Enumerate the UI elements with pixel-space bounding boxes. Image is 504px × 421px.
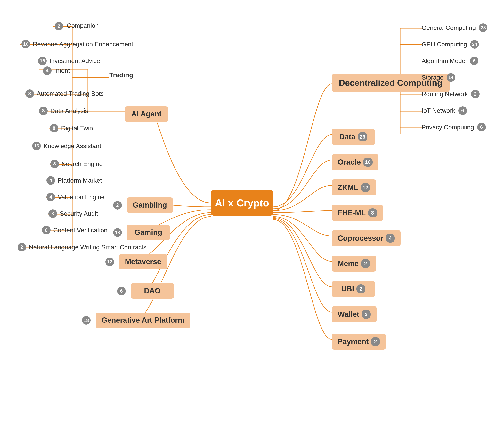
coprocessor-badge: 4 [386, 234, 395, 243]
storage-label: Storage [422, 74, 444, 81]
companion-badge: 2 [55, 22, 63, 30]
revenue-badge: 16 [21, 40, 30, 48]
node-coprocessor: Coprocessor 4 [332, 230, 401, 246]
payment-label: Payment [338, 338, 369, 346]
security-badge: 8 [48, 209, 57, 218]
gen-art-badge: 18 [82, 316, 90, 325]
node-zkml: ZKML 12 [332, 179, 376, 196]
gpu-computing-badge: 24 [470, 40, 479, 48]
storage-badge: 14 [447, 73, 455, 82]
sub-platform: 4 Platform Market [47, 176, 102, 185]
sub-privacy-computing: Privacy Computing 6 [422, 123, 486, 131]
node-gambling: 2 Gambling [127, 197, 173, 213]
companion-label: Companion [67, 22, 99, 29]
fhe-ml-badge: 8 [368, 208, 377, 217]
valuation-label: Valuation Engine [58, 194, 105, 201]
data-analysis-badge: 8 [39, 107, 48, 115]
sub-general-computing: General Computing 28 [422, 24, 487, 32]
digital-twin-badge: 8 [50, 124, 58, 132]
algorithm-model-badge: 6 [470, 57, 478, 65]
sub-investment: 16 Investment Advice [38, 57, 100, 65]
center-label: AI x Crypto [215, 197, 269, 209]
gambling-badge: 2 [113, 201, 122, 209]
valuation-badge: 4 [47, 193, 55, 201]
data-analysis-label: Data Analysis [50, 107, 88, 114]
gaming-label: Gaming [134, 228, 162, 237]
intent-label: Intent [54, 67, 70, 74]
general-computing-badge: 28 [479, 24, 487, 32]
nlp-label: Natural Language Writing Smart Contracts [29, 244, 146, 251]
node-dao: 6 DAO [131, 283, 174, 299]
platform-badge: 4 [47, 176, 55, 185]
node-gen-art: 18 Generative Art Platform [96, 313, 190, 328]
security-label: Security Audit [60, 210, 98, 217]
algorithm-model-label: Algorithm Model [422, 57, 467, 65]
sub-search: 8 Search Engine [50, 160, 103, 168]
oracle-badge: 10 [363, 158, 373, 167]
gambling-label: Gambling [133, 201, 167, 209]
sub-knowledge: 16 Knowledge Assistant [32, 142, 101, 150]
metaverse-label: Metaverse [125, 257, 161, 266]
node-gaming: 18 Gaming [127, 225, 170, 240]
trading-bots-label: Automated Trading Bots [37, 90, 104, 97]
routing-network-label: Routing Network [422, 90, 468, 98]
content-label: Content Verification [53, 227, 108, 234]
node-meme: Meme 2 [332, 255, 376, 272]
search-badge: 8 [50, 160, 59, 168]
node-ai-agent: AI Agent [125, 106, 168, 122]
wallet-badge: 2 [362, 310, 371, 319]
routing-network-badge: 2 [471, 90, 480, 98]
sub-content: 6 Content Verification [42, 226, 108, 235]
knowledge-label: Knowledge Assistant [43, 142, 101, 150]
platform-label: Platform Market [58, 177, 102, 184]
sub-security: 8 Security Audit [48, 209, 98, 218]
metaverse-badge: 12 [105, 257, 114, 266]
content-badge: 6 [42, 226, 51, 235]
oracle-label: Oracle [338, 158, 361, 166]
sub-trading-bots: 8 Automated Trading Bots [25, 89, 104, 98]
zkml-label: ZKML [338, 183, 358, 192]
trading-label: Trading [109, 71, 133, 79]
node-fhe-ml: FHE-ML 8 [332, 205, 383, 221]
privacy-computing-label: Privacy Computing [422, 124, 474, 131]
data-label: Data [339, 133, 355, 141]
general-computing-label: General Computing [422, 24, 476, 31]
payment-badge: 2 [371, 337, 380, 346]
center-node: AI x Crypto [211, 190, 273, 216]
node-metaverse: 12 Metaverse [119, 254, 167, 269]
search-label: Search Engine [62, 160, 103, 168]
investment-badge: 16 [38, 57, 47, 65]
mind-map: AI x Crypto AI Agent 2 Gambling 18 Gamin… [0, 0, 504, 421]
coprocessor-label: Coprocessor [338, 234, 383, 243]
privacy-computing-badge: 6 [477, 123, 486, 131]
sub-companion: 2 Companion [55, 22, 99, 30]
node-ubi: UBI 2 [332, 281, 375, 297]
data-badge: 26 [358, 132, 367, 141]
sub-algorithm-model: Algorithm Model 6 [422, 57, 478, 65]
node-oracle: Oracle 10 [332, 154, 378, 170]
sub-nlp: 2 Natural Language Writing Smart Contrac… [18, 243, 146, 251]
gen-art-label: Generative Art Platform [102, 316, 185, 324]
sub-data-analysis: 8 Data Analysis [39, 107, 88, 115]
ubi-label: UBI [341, 285, 354, 293]
investment-label: Investment Advice [49, 57, 100, 65]
dao-label: DAO [144, 287, 161, 295]
knowledge-badge: 16 [32, 142, 41, 150]
sub-valuation: 4 Valuation Engine [47, 193, 105, 201]
gaming-badge: 18 [113, 228, 122, 237]
sub-iot-network: IoT Network 6 [422, 106, 467, 115]
sub-trading: Trading [109, 71, 133, 79]
ubi-badge: 2 [356, 285, 366, 293]
node-wallet: Wallet 2 [332, 306, 377, 322]
dao-badge: 6 [117, 287, 126, 295]
sub-revenue: 16 Revenue Aggregation Enhancement [21, 40, 133, 48]
node-payment: Payment 2 [332, 334, 386, 350]
trading-bots-badge: 8 [25, 89, 34, 98]
sub-routing-network: Routing Network 2 [422, 90, 480, 98]
wallet-label: Wallet [338, 310, 359, 319]
meme-label: Meme [338, 260, 359, 268]
zkml-badge: 12 [361, 183, 370, 192]
node-data: Data 26 [332, 129, 375, 145]
nlp-badge: 2 [18, 243, 26, 251]
gpu-computing-label: GPU Computing [422, 41, 467, 48]
